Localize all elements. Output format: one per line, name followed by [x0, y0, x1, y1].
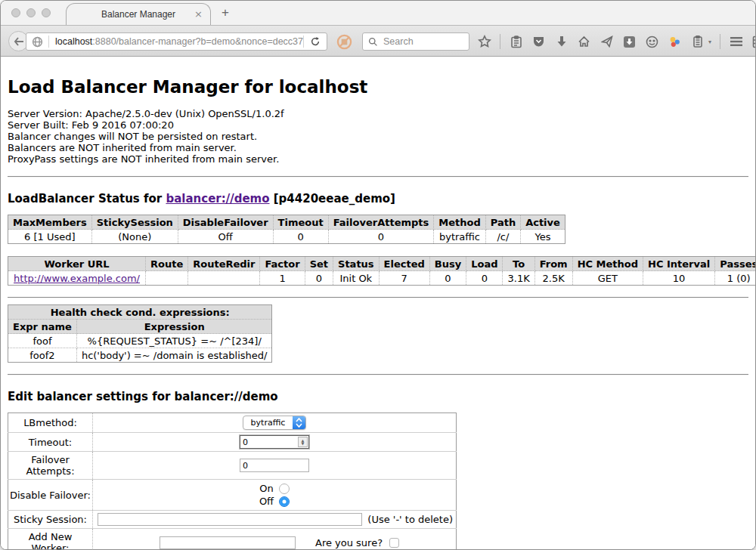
server-version-line: Server Version: Apache/2.5.0-dev (Unix) … — [8, 108, 748, 119]
window-controls — [11, 8, 51, 17]
add-worker-label: Add New Worker: — [8, 529, 93, 550]
zoom-window-button[interactable] — [42, 8, 51, 17]
close-window-button[interactable] — [11, 8, 20, 17]
new-tab-button[interactable]: + — [222, 5, 229, 20]
menu-hamburger-icon[interactable] — [729, 35, 743, 49]
server-info: Server Version: Apache/2.5.0-dev (Unix) … — [8, 108, 748, 165]
health-check-table: Health check cond. expressions: Expr nam… — [8, 304, 272, 363]
table-header-row: Worker URL Route RouteRedir Factor Set S… — [8, 257, 756, 271]
proxypass-warning-line: ProxyPass settings are NOT inherited fro… — [8, 153, 748, 165]
url-text[interactable]: localhost:8880/balancer-manager?b=demo&n… — [49, 36, 303, 47]
tab-balancer-manager[interactable]: Balancer Manager × — [66, 3, 211, 25]
section-divider — [8, 176, 748, 178]
back-arrow-icon — [14, 37, 24, 46]
edit-balancer-heading: Edit balancer settings for balancer://de… — [8, 390, 748, 403]
toolbar-separator — [500, 34, 500, 49]
are-you-sure-checkbox[interactable] — [389, 538, 399, 548]
balancer-status-table: MaxMembers StickySession DisableFailover… — [8, 215, 565, 244]
search-bar[interactable] — [362, 32, 469, 51]
search-icon — [363, 37, 383, 47]
extension-dropdown-caret-icon[interactable]: ▾ — [708, 39, 711, 45]
page-title: Load Balancer Manager for localhost — [8, 77, 748, 97]
download-arrow-icon[interactable] — [554, 35, 569, 49]
reload-button[interactable] — [304, 36, 327, 47]
section-divider — [8, 374, 748, 375]
are-you-sure-label: Are you sure? — [315, 537, 383, 548]
lbmethod-row: LBmethod: bytraffic — [8, 413, 457, 433]
downloads-panel-icon[interactable] — [622, 35, 637, 49]
search-input[interactable] — [383, 36, 469, 47]
lbmethod-label: LBmethod: — [8, 413, 93, 433]
extension-color-dots-icon[interactable] — [668, 35, 682, 49]
timeout-label: Timeout: — [8, 433, 93, 452]
sticky-session-input[interactable] — [98, 513, 362, 526]
table-row: foof %{REQUEST_STATUS} =~ /^[234]/ — [8, 334, 272, 348]
send-tab-icon[interactable] — [600, 35, 614, 49]
reading-list-icon[interactable] — [509, 35, 523, 49]
pocket-icon[interactable] — [531, 35, 546, 49]
site-identity-globe-icon[interactable] — [26, 36, 48, 48]
disable-failover-row: Disable Failover: On Off — [8, 480, 457, 511]
tab-close-icon[interactable]: × — [194, 8, 203, 20]
clipper-extension-icon[interactable] — [690, 35, 705, 49]
add-worker-input[interactable] — [160, 536, 296, 549]
toolbar-icons: ▾ — [477, 32, 756, 51]
table-title-row: Health check cond. expressions: — [8, 305, 272, 320]
inherit-warning-line: Balancers are NOT inherited from main se… — [8, 142, 748, 153]
browser-window: Balancer Manager × + localhost:8880/bala… — [0, 0, 756, 550]
edit-balancer-form: LBmethod: bytraffic Timeout: — [8, 412, 457, 549]
disable-failover-label: Disable Failover: — [8, 480, 93, 511]
balancer-demo-link[interactable]: balancer://demo — [166, 192, 269, 205]
failover-attempts-input[interactable] — [240, 459, 309, 472]
worker-url-link[interactable]: http://www.example.com/ — [14, 273, 140, 284]
content-blocker-icon[interactable] — [336, 34, 352, 50]
table-header-row: MaxMembers StickySession DisableFailover… — [8, 215, 565, 230]
page-content: Load Balancer Manager for localhost Serv… — [1, 57, 755, 549]
url-bar[interactable]: localhost:8880/balancer-manager?b=demo&n… — [26, 32, 327, 51]
radio-on-label: On — [259, 483, 273, 494]
bookmark-star-icon[interactable] — [477, 35, 491, 49]
timeout-row: Timeout: ▲▼ — [8, 433, 457, 452]
table-row: http://www.example.com/ 1 0 Init Ok 7 0 … — [8, 271, 756, 286]
feedback-smiley-icon[interactable] — [645, 35, 659, 49]
loadbalancer-status-heading: LoadBalancer Status for balancer://demo … — [8, 192, 748, 205]
navigation-toolbar: localhost:8880/balancer-manager?b=demo&n… — [1, 25, 755, 57]
failover-attempts-row: Failover Attempts: — [8, 452, 457, 480]
table-row: foof2 hc('body') =~ /domain is establish… — [8, 348, 272, 363]
tab-grid-icon[interactable] — [751, 35, 756, 49]
table-header-row: Expr name Expression — [8, 320, 272, 334]
failover-attempts-label: Failover Attempts: — [8, 452, 93, 480]
disable-failover-off-radio[interactable] — [279, 496, 290, 507]
worker-status-table: Worker URL Route RouteRedir Factor Set S… — [8, 256, 755, 286]
disable-failover-on-radio[interactable] — [279, 484, 290, 494]
toolbar-separator — [720, 34, 720, 49]
tab-bar: Balancer Manager × + — [1, 1, 755, 25]
number-spinner-icon[interactable]: ▲▼ — [298, 437, 308, 447]
table-row: 6 [1 Used] (None) Off 0 0 bytraffic /c/ … — [8, 230, 565, 244]
lbmethod-select[interactable]: bytraffic — [243, 416, 306, 430]
sticky-delete-hint: (Use '-' to delete) — [367, 514, 453, 525]
add-worker-row: Add New Worker: Are you sure? — [8, 529, 457, 550]
tab-title: Balancer Manager — [101, 9, 175, 20]
persist-warning-line: Balancer changes will NOT be persisted o… — [8, 131, 748, 142]
minimize-window-button[interactable] — [26, 8, 36, 17]
radio-off-label: Off — [259, 496, 274, 507]
sticky-session-row: Sticky Session: (Use '-' to delete) — [8, 511, 457, 529]
select-stepper-icon — [293, 416, 305, 429]
sticky-session-label: Sticky Session: — [8, 511, 93, 529]
home-icon[interactable] — [577, 35, 591, 49]
server-built-line: Server Built: Feb 9 2016 07:00:20 — [8, 119, 748, 131]
